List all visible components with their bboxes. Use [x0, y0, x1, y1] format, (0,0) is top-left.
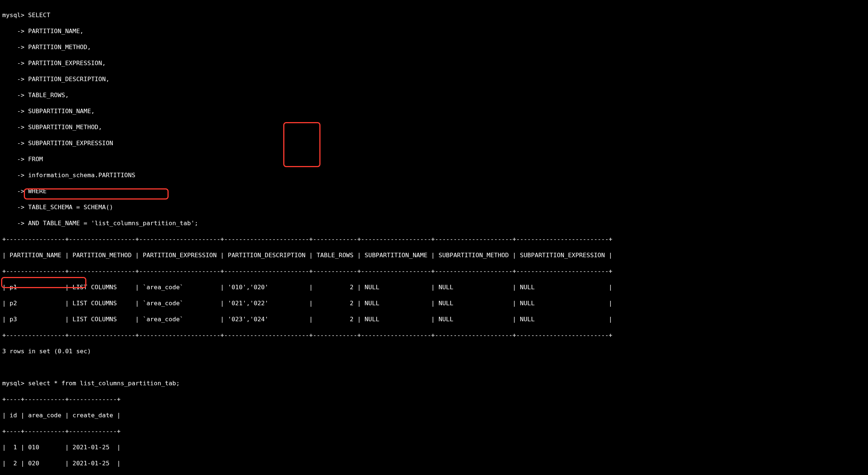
query1-line: -> FROM: [2, 155, 866, 163]
cont-prompt: ->: [2, 172, 25, 179]
table2-header: | id | area_code | create_date |: [2, 411, 866, 420]
query1-line: -> PARTITION_METHOD,: [2, 43, 866, 51]
table1-row: | p1 | LIST COLUMNS | `area_code` | '010…: [2, 283, 866, 291]
query1-line: -> PARTITION_NAME,: [2, 27, 866, 35]
mysql-prompt: mysql>: [2, 380, 25, 387]
query2-line: mysql> select * from list_columns_partit…: [2, 379, 866, 388]
cont-prompt: ->: [2, 124, 25, 131]
query1-line: -> information_schema.PARTITIONS: [2, 171, 866, 179]
cont-prompt: ->: [2, 60, 25, 67]
cont-prompt: ->: [2, 76, 25, 83]
cont-prompt: ->: [2, 156, 25, 163]
query1-line: -> PARTITION_EXPRESSION,: [2, 59, 866, 67]
blank-line: [2, 363, 866, 372]
cont-prompt: ->: [2, 140, 25, 147]
table2-border: +----+-----------+-------------+: [2, 427, 866, 436]
table1-border: +----------------+------------------+---…: [2, 235, 866, 243]
query1-line: -> TABLE_SCHEMA = SCHEMA(): [2, 203, 866, 211]
query1-line: -> AND TABLE_NAME = 'list_columns_partit…: [2, 219, 866, 227]
query1-line: -> WHERE: [2, 187, 866, 195]
table2-row: | 1 | 010 | 2021-01-25 |: [2, 443, 866, 452]
query1-line: -> SUBPARTITION_NAME,: [2, 107, 866, 115]
query1-line: -> SUBPARTITION_METHOD,: [2, 123, 866, 131]
table1-header: | PARTITION_NAME | PARTITION_METHOD | PA…: [2, 251, 866, 259]
table1-row: | p3 | LIST COLUMNS | `area_code` | '023…: [2, 315, 866, 323]
cont-prompt: ->: [2, 220, 25, 227]
cont-prompt: ->: [2, 108, 25, 115]
cont-prompt: ->: [2, 92, 25, 99]
table1-border: +----------------+------------------+---…: [2, 267, 866, 275]
mysql-prompt: mysql>: [2, 12, 25, 19]
cont-prompt: ->: [2, 28, 25, 35]
query1-line: -> SUBPARTITION_EXPRESSION: [2, 139, 866, 147]
query1-line: mysql> SELECT: [2, 11, 866, 19]
table1-status: 3 rows in set (0.01 sec): [2, 347, 866, 356]
table1-border: +----------------+------------------+---…: [2, 331, 866, 339]
table1-row: | p2 | LIST COLUMNS | `area_code` | '021…: [2, 299, 866, 307]
cont-prompt: ->: [2, 204, 25, 211]
table2-row: | 2 | 020 | 2021-01-25 |: [2, 459, 866, 468]
terminal-output[interactable]: mysql> SELECT -> PARTITION_NAME, -> PART…: [0, 0, 868, 475]
table2-border: +----+-----------+-------------+: [2, 395, 866, 404]
cont-prompt: ->: [2, 188, 25, 195]
query1-line: -> TABLE_ROWS,: [2, 91, 866, 99]
cont-prompt: ->: [2, 44, 25, 51]
query1-line: -> PARTITION_DESCRIPTION,: [2, 75, 866, 83]
